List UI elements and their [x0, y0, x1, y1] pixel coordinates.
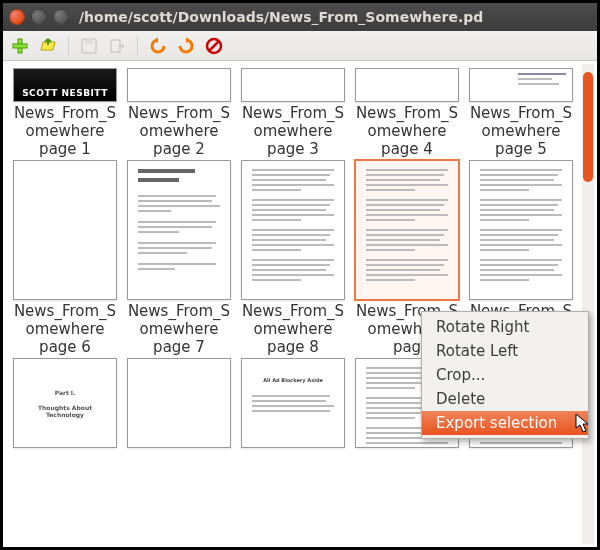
cover-author: SCOTT NESBITT: [14, 88, 116, 98]
page-thumbnail-image[interactable]: [469, 68, 573, 102]
window-close-button[interactable]: [9, 9, 25, 25]
add-button[interactable]: [9, 35, 31, 57]
page-thumbnail-image[interactable]: Part I.Thoughts About Technology: [13, 358, 117, 448]
chapter-title: All Ad Blockery Aside: [252, 377, 334, 383]
context-menu: Rotate RightRotate LeftCrop...DeleteExpo…: [421, 311, 589, 439]
context-menu-item[interactable]: Rotate Left: [422, 339, 588, 363]
svg-rect-1: [13, 44, 27, 48]
part-number: Part I.: [55, 389, 76, 396]
page-thumbnail-image[interactable]: All Ad Blockery Aside: [241, 358, 345, 448]
page-thumbnail[interactable]: News_From_Somewherepage 7: [124, 160, 234, 356]
page-label: News_From_Somewherepage 1: [11, 102, 119, 158]
svg-line-6: [209, 41, 219, 51]
page-thumbnail[interactable]: Part I.Thoughts About Technology: [10, 358, 120, 448]
page-thumbnail-image[interactable]: [469, 160, 573, 300]
open-button[interactable]: [37, 35, 59, 57]
window-title: /home/scott/Downloads/News_From_Somewher…: [79, 9, 483, 25]
toolbar: [3, 31, 597, 61]
separator: [68, 36, 69, 56]
page-label: News_From_Somewherepage 5: [467, 102, 575, 158]
svg-rect-3: [85, 39, 93, 44]
page-thumbnail-image[interactable]: [355, 68, 459, 102]
thumbnail-viewport[interactable]: SCOTT NESBITTNews_From_Somewherepage 1Ne…: [6, 64, 594, 544]
page-thumbnail[interactable]: News_From_Somewherepage 8: [238, 160, 348, 356]
page-thumbnail-image[interactable]: [127, 358, 231, 448]
page-thumbnail-image[interactable]: SCOTT NESBITT: [13, 68, 117, 102]
page-thumbnail-image[interactable]: [355, 160, 459, 300]
page-thumbnail-image[interactable]: [127, 68, 231, 102]
page-thumbnail[interactable]: News_From_Somewherepage 5: [466, 68, 576, 158]
context-menu-item[interactable]: Rotate Right: [422, 315, 588, 339]
page-thumbnail[interactable]: News_From_Somewherepage 3: [238, 68, 348, 158]
rotate-left-button[interactable]: [147, 35, 169, 57]
page-thumbnail-image[interactable]: [127, 160, 231, 300]
context-menu-item[interactable]: Delete: [422, 387, 588, 411]
page-label: News_From_Somewherepage 6: [11, 300, 119, 356]
page-thumbnail[interactable]: News_From_Somewherepage 4: [352, 68, 462, 158]
vertical-scrollbar[interactable]: [582, 64, 594, 544]
save-button[interactable]: [78, 35, 100, 57]
page-label: News_From_Somewherepage 7: [125, 300, 233, 356]
page-label: News_From_Somewherepage 4: [353, 102, 461, 158]
titlebar: /home/scott/Downloads/News_From_Somewher…: [3, 3, 597, 31]
window-minimize-button[interactable]: [31, 9, 47, 25]
page-thumbnail[interactable]: All Ad Blockery Aside: [238, 358, 348, 448]
delete-button[interactable]: [203, 35, 225, 57]
part-title: Thoughts About Technology: [35, 404, 95, 418]
scrollbar-thumb[interactable]: [583, 72, 593, 182]
page-thumbnail[interactable]: News_From_Somewherepage 2: [124, 68, 234, 158]
page-thumbnail-image[interactable]: [13, 160, 117, 300]
context-menu-item[interactable]: Export selection: [422, 411, 588, 435]
page-thumbnail[interactable]: SCOTT NESBITTNews_From_Somewherepage 1: [10, 68, 120, 158]
page-label: News_From_Somewherepage 8: [239, 300, 347, 356]
window-maximize-button[interactable]: [53, 9, 69, 25]
context-menu-item[interactable]: Crop...: [422, 363, 588, 387]
separator: [137, 36, 138, 56]
page-thumbnail[interactable]: News_From_Somewherepage 6: [10, 160, 120, 356]
page-thumbnail[interactable]: [124, 358, 234, 448]
export-button[interactable]: [106, 35, 128, 57]
page-thumbnail-image[interactable]: [241, 68, 345, 102]
page-label: News_From_Somewherepage 2: [125, 102, 233, 158]
page-thumbnail-image[interactable]: [241, 160, 345, 300]
rotate-right-button[interactable]: [175, 35, 197, 57]
page-label: News_From_Somewherepage 3: [239, 102, 347, 158]
